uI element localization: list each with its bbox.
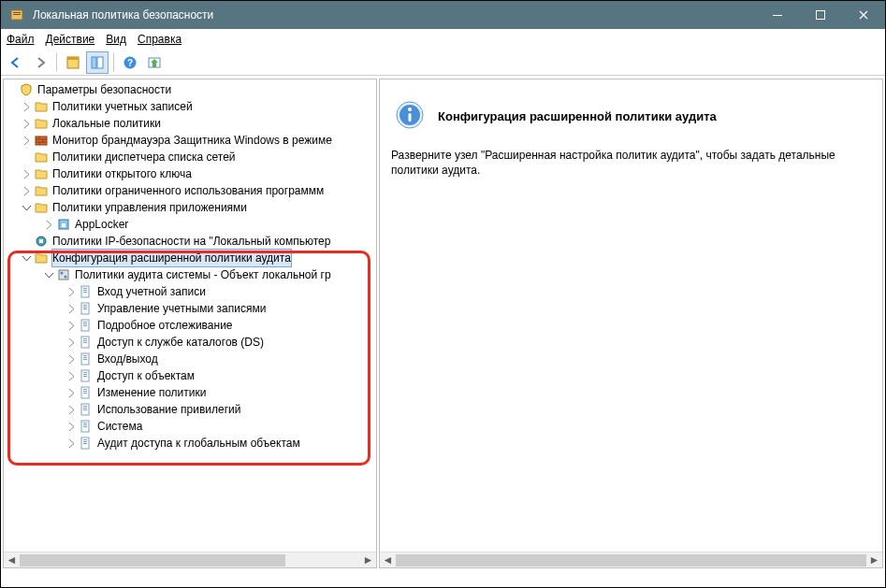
- tree-item-netlist[interactable]: Политики диспетчера списка сетей: [4, 149, 376, 165]
- tree-item-audit-f[interactable]: Доступ к объектам: [4, 367, 376, 384]
- svg-rect-38: [83, 357, 87, 358]
- svg-rect-29: [83, 322, 87, 323]
- policy-icon: [56, 267, 71, 282]
- tree-item-account-policies[interactable]: Политики учетных записей: [4, 98, 376, 115]
- tree-item-audit-i[interactable]: Система: [4, 418, 376, 435]
- horizontal-scrollbar[interactable]: ◄ ►: [380, 552, 882, 567]
- folder-icon: [34, 166, 49, 181]
- tree-item-firewall[interactable]: Монитор брандмауэра Защитника Windows в …: [4, 132, 376, 149]
- app-icon: [8, 7, 25, 23]
- svg-rect-57: [83, 439, 87, 440]
- chevron-right-icon[interactable]: [64, 436, 79, 451]
- tree-item-ipsec[interactable]: Политики IP-безопасности на "Локальный к…: [4, 233, 376, 250]
- chevron-right-icon[interactable]: [64, 385, 79, 400]
- security-tree[interactable]: Параметры безопасности Политики учетных …: [4, 79, 376, 453]
- svg-rect-54: [83, 424, 87, 425]
- tree-item-advaudit[interactable]: Конфигурация расширенной политики аудита: [4, 250, 376, 266]
- audit-category-icon: [79, 402, 94, 417]
- chevron-right-icon[interactable]: [19, 133, 34, 148]
- svg-rect-43: [83, 376, 87, 377]
- chevron-down-icon[interactable]: [41, 267, 56, 282]
- applocker-icon: [56, 217, 71, 232]
- folder-icon: [34, 150, 49, 165]
- chevron-right-icon[interactable]: [64, 301, 79, 316]
- audit-category-icon: [79, 318, 94, 333]
- chevron-right-icon[interactable]: [64, 368, 79, 383]
- scroll-left-icon[interactable]: ◄: [4, 552, 20, 568]
- show-hide-tree-button[interactable]: [62, 51, 84, 74]
- menu-bar: Файл Действие Вид Справка: [1, 29, 885, 50]
- svg-rect-42: [83, 374, 87, 375]
- svg-rect-34: [83, 340, 87, 341]
- toolbar-separator: [113, 53, 114, 72]
- chevron-right-icon[interactable]: [64, 318, 79, 333]
- folder-open-icon: [34, 251, 49, 265]
- audit-category-icon: [79, 301, 94, 316]
- status-strip: [1, 570, 885, 587]
- back-button[interactable]: [5, 51, 27, 74]
- tree-root[interactable]: Параметры безопасности: [4, 81, 376, 98]
- folder-open-icon: [34, 200, 49, 215]
- chevron-right-icon[interactable]: [19, 116, 34, 131]
- tree-item-audit-j[interactable]: Аудит доступа к глобальным объектам: [4, 435, 376, 452]
- scroll-thumb[interactable]: [396, 554, 866, 566]
- export-button[interactable]: [143, 51, 166, 74]
- tree-item-appctrl[interactable]: Политики управления приложениями: [4, 199, 376, 216]
- svg-rect-21: [83, 288, 87, 289]
- chevron-right-icon[interactable]: [19, 183, 34, 198]
- maximize-button[interactable]: [799, 1, 842, 29]
- scroll-right-icon[interactable]: ►: [866, 552, 882, 568]
- toolbar: ?: [1, 50, 885, 76]
- window-title: Локальная политика безопасности: [33, 8, 756, 22]
- svg-rect-17: [59, 270, 68, 280]
- svg-rect-31: [83, 325, 87, 326]
- folder-icon: [34, 183, 49, 198]
- tree-item-audit-h[interactable]: Использование привилегий: [4, 401, 376, 418]
- chevron-right-icon[interactable]: [19, 166, 34, 181]
- horizontal-scrollbar[interactable]: ◄ ►: [4, 552, 376, 567]
- tree-item-audit-a[interactable]: Вход учетной записи: [4, 283, 376, 300]
- scroll-right-icon[interactable]: ►: [360, 552, 376, 568]
- svg-rect-25: [83, 305, 87, 306]
- tree-item-local-policies[interactable]: Локальные политики: [4, 115, 376, 132]
- folder-icon: [34, 116, 49, 131]
- details-pane: Конфигурация расширенной политики аудита…: [379, 79, 883, 568]
- tree-item-audit-b[interactable]: Управление учетными записями: [4, 300, 376, 317]
- menu-help[interactable]: Справка: [138, 33, 182, 46]
- tree-item-applocker[interactable]: AppLocker: [4, 216, 376, 233]
- tree-item-publickey[interactable]: Политики открытого ключа: [4, 165, 376, 182]
- svg-rect-4: [817, 11, 825, 20]
- svg-rect-62: [409, 113, 412, 122]
- menu-file[interactable]: Файл: [7, 33, 35, 46]
- tree-item-softrestrict[interactable]: Политики ограниченного использования про…: [4, 182, 376, 199]
- scroll-left-icon[interactable]: ◄: [380, 552, 396, 568]
- tree-item-audit-e[interactable]: Вход/выход: [4, 351, 376, 367]
- svg-point-18: [61, 272, 64, 275]
- svg-rect-39: [83, 359, 87, 360]
- chevron-down-icon[interactable]: [19, 200, 34, 215]
- chevron-down-icon[interactable]: [19, 251, 34, 265]
- svg-rect-41: [83, 372, 87, 373]
- help-button[interactable]: ?: [119, 51, 141, 74]
- tree-item-audit-d[interactable]: Доступ к службе каталогов (DS): [4, 334, 376, 351]
- properties-button[interactable]: [86, 51, 109, 74]
- firewall-icon: [34, 133, 49, 148]
- chevron-right-icon[interactable]: [64, 419, 79, 434]
- minimize-button[interactable]: [756, 1, 799, 29]
- chevron-right-icon[interactable]: [41, 217, 56, 232]
- svg-rect-26: [83, 307, 87, 308]
- chevron-right-icon[interactable]: [64, 402, 79, 417]
- forward-button[interactable]: [29, 51, 51, 74]
- scroll-thumb[interactable]: [20, 554, 285, 566]
- tree-item-audit-g[interactable]: Изменение политики: [4, 384, 376, 401]
- tree-item-audit-c[interactable]: Подробное отслеживание: [4, 317, 376, 334]
- tree-item-sysaudit[interactable]: Политики аудита системы - Объект локальн…: [4, 266, 376, 283]
- chevron-right-icon[interactable]: [19, 99, 34, 114]
- audit-category-icon: [79, 284, 94, 299]
- chevron-right-icon[interactable]: [64, 284, 79, 299]
- menu-view[interactable]: Вид: [106, 33, 126, 46]
- chevron-right-icon[interactable]: [64, 351, 79, 366]
- menu-action[interactable]: Действие: [46, 33, 95, 46]
- chevron-right-icon[interactable]: [64, 335, 79, 350]
- close-button[interactable]: [842, 1, 885, 29]
